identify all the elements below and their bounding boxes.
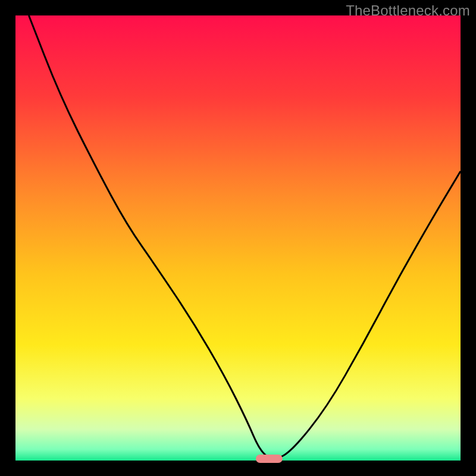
optimal-marker [256,455,283,463]
svg-rect-3 [461,0,476,476]
watermark-text: TheBottleneck.com [346,2,470,19]
svg-rect-1 [0,461,476,476]
svg-rect-2 [0,0,15,476]
chart-container: TheBottleneck.com [0,0,476,476]
plot-background [15,15,461,461]
bottleneck-chart [0,0,476,476]
